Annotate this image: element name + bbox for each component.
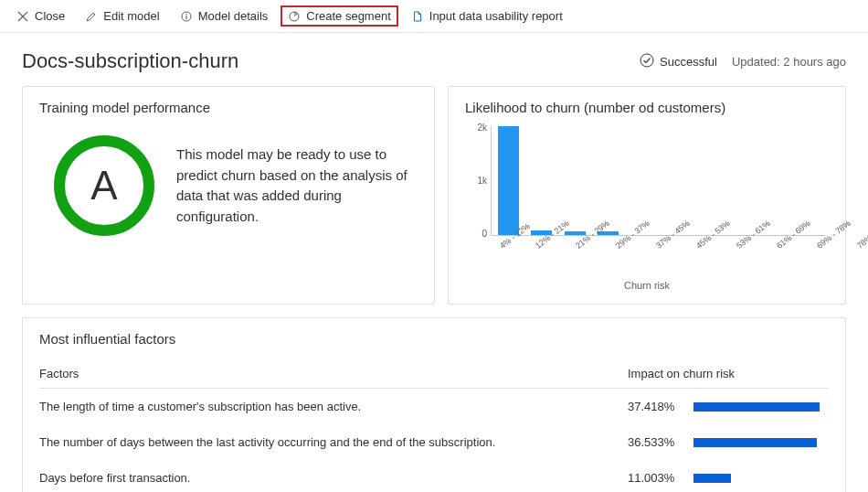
factor-impact: 11.003% <box>628 471 829 485</box>
performance-body: A This model may be ready to use to pred… <box>39 126 418 252</box>
factor-bar <box>693 474 731 483</box>
chart-xlabel: Churn risk <box>465 280 829 291</box>
factors-col-label: Factors <box>39 367 628 380</box>
bar-slot <box>693 126 724 235</box>
factors-title: Most influential factors <box>39 331 829 347</box>
status-badge: Successful <box>640 53 717 70</box>
create-segment-button[interactable]: Create segment <box>281 5 398 27</box>
ytick: 2k <box>477 123 487 133</box>
chart-y-axis: 2k 1k 0 <box>465 126 491 236</box>
bar-slot <box>527 126 557 235</box>
bar-slot <box>493 126 524 235</box>
page-title: Docs-subscription-churn <box>22 49 238 73</box>
impact-col-label: Impact on churn risk <box>628 367 829 380</box>
close-label: Close <box>35 9 65 23</box>
svg-point-1 <box>185 13 186 14</box>
factors-card: Most influential factors Factors Impact … <box>22 317 846 492</box>
ytick: 0 <box>482 229 487 239</box>
performance-description: This model may be ready to use to predic… <box>176 144 418 227</box>
grade-badge: A <box>54 135 154 236</box>
factor-text: The number of days between the last acti… <box>39 435 628 449</box>
factors-body: The length of time a customer's subscrip… <box>39 389 829 492</box>
input-report-label: Input data usability report <box>429 9 563 23</box>
ytick: 1k <box>477 176 487 186</box>
factor-bar-track <box>693 402 829 412</box>
edit-model-button[interactable]: Edit model <box>78 5 166 27</box>
svg-rect-2 <box>185 16 186 19</box>
model-details-button[interactable]: Model details <box>173 5 276 27</box>
create-segment-label: Create segment <box>306 9 391 23</box>
bar-slot <box>727 126 757 235</box>
bar <box>565 231 586 235</box>
factor-impact: 36.533% <box>628 435 829 449</box>
factor-text: The length of time a customer's subscrip… <box>39 400 628 413</box>
performance-title: Training model performance <box>39 100 418 115</box>
factor-bar-track <box>693 474 829 483</box>
factor-percent: 11.003% <box>628 471 683 485</box>
xtick: 78% - 86% <box>855 219 868 251</box>
info-icon <box>180 10 193 23</box>
edit-model-label: Edit model <box>103 9 159 23</box>
factor-percent: 37.418% <box>628 400 683 413</box>
segment-icon <box>288 10 301 23</box>
updated-text: Updated: 2 hours ago <box>732 55 846 69</box>
chart-card: Likelihood to churn (number od customers… <box>448 86 846 305</box>
bar <box>498 126 519 235</box>
pencil-icon <box>85 10 98 23</box>
cards-row: Training model performance A This model … <box>0 86 868 305</box>
svg-point-4 <box>640 54 653 67</box>
header: Docs-subscription-churn Successful Updat… <box>0 33 868 86</box>
model-details-label: Model details <box>198 9 269 23</box>
close-icon <box>16 10 29 23</box>
factor-bar <box>693 402 820 412</box>
input-report-button[interactable]: Input data usability report <box>404 5 570 27</box>
check-circle-icon <box>640 53 654 70</box>
factor-percent: 36.533% <box>628 435 683 449</box>
document-icon <box>411 10 424 23</box>
factor-row: The number of days between the last acti… <box>39 424 829 460</box>
performance-card: Training model performance A This model … <box>22 86 435 305</box>
status-group: Successful Updated: 2 hours ago <box>640 53 846 70</box>
chart-title: Likelihood to churn (number od customers… <box>465 100 829 115</box>
factor-impact: 37.418% <box>628 400 829 413</box>
bar-slot <box>594 126 624 235</box>
factor-bar <box>693 438 817 447</box>
factors-header-row: Factors Impact on churn risk <box>39 358 829 389</box>
factor-text: Days before first transaction. <box>39 471 628 485</box>
close-button[interactable]: Close <box>9 5 72 27</box>
status-text: Successful <box>660 55 717 69</box>
factor-row: The length of time a customer's subscrip… <box>39 389 829 424</box>
bar-slot <box>794 126 824 235</box>
chart-plot <box>491 126 825 236</box>
factor-bar-track <box>693 438 829 447</box>
chart: 2k 1k 0 4% - 12%12% - 21%21% - 29%29% - … <box>465 126 829 291</box>
chart-x-labels: 4% - 12%12% - 21%21% - 29%29% - 37%37% -… <box>491 238 825 247</box>
toolbar: Close Edit model Model details Create se… <box>0 0 868 33</box>
bar-slot <box>627 126 657 235</box>
factor-row: Days before first transaction.11.003% <box>39 460 829 492</box>
